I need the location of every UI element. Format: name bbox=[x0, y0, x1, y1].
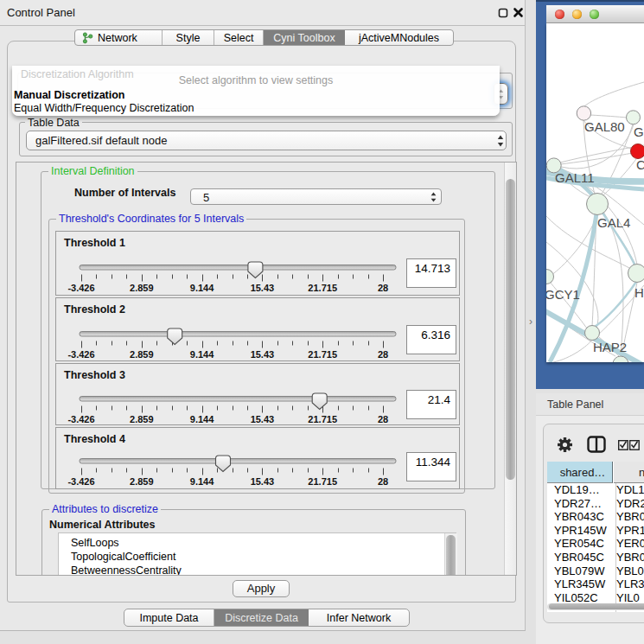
svg-text:9.144: 9.144 bbox=[190, 283, 214, 293]
svg-text:21.715: 21.715 bbox=[308, 414, 337, 424]
svg-text:-3.426: -3.426 bbox=[67, 414, 94, 424]
svg-text:28: 28 bbox=[378, 476, 388, 487]
svg-text:-3.426: -3.426 bbox=[67, 283, 94, 293]
svg-text:-3.426: -3.426 bbox=[67, 476, 94, 487]
svg-text:2.859: 2.859 bbox=[130, 283, 154, 293]
svg-text:GCY1: GCY1 bbox=[546, 287, 580, 302]
svg-text:15.43: 15.43 bbox=[251, 414, 275, 424]
svg-text:9.144: 9.144 bbox=[190, 414, 214, 424]
svg-text:21.715: 21.715 bbox=[308, 476, 337, 487]
svg-text:GAL80: GAL80 bbox=[584, 119, 625, 134]
svg-text:G.: G. bbox=[634, 124, 644, 139]
svg-text:GAL4: GAL4 bbox=[597, 215, 630, 230]
svg-text:-3.426: -3.426 bbox=[67, 349, 94, 360]
svg-text:2.859: 2.859 bbox=[130, 476, 154, 487]
svg-text:GAL11: GAL11 bbox=[555, 170, 595, 185]
svg-text:15.43: 15.43 bbox=[251, 283, 275, 293]
svg-text:9.144: 9.144 bbox=[190, 476, 214, 487]
svg-text:C: C bbox=[636, 157, 644, 172]
svg-text:28: 28 bbox=[378, 283, 388, 293]
svg-text:2.859: 2.859 bbox=[130, 414, 154, 424]
svg-text:21.715: 21.715 bbox=[308, 283, 337, 293]
svg-text:28: 28 bbox=[378, 414, 388, 424]
svg-text:H: H bbox=[634, 285, 644, 300]
svg-text:2.859: 2.859 bbox=[130, 349, 154, 360]
svg-text:HAP2: HAP2 bbox=[593, 340, 627, 354]
svg-text:15.43: 15.43 bbox=[251, 476, 275, 487]
svg-text:21.715: 21.715 bbox=[308, 349, 337, 360]
svg-text:15.43: 15.43 bbox=[251, 349, 275, 360]
svg-text:28: 28 bbox=[378, 349, 388, 360]
svg-text:9.144: 9.144 bbox=[190, 349, 214, 360]
